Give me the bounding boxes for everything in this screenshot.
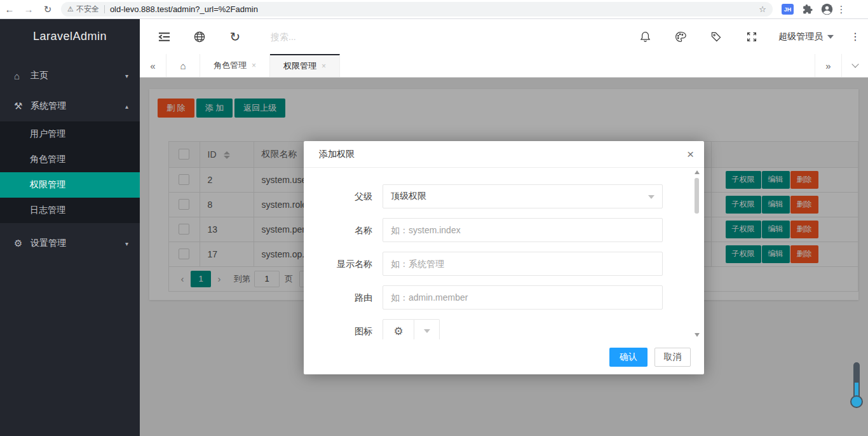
sidebar-item-label: 主页 bbox=[31, 70, 48, 81]
display-name-input[interactable] bbox=[383, 252, 663, 276]
tab-roles[interactable]: 角色管理 × bbox=[200, 54, 270, 77]
security-label[interactable]: 不安全 bbox=[76, 4, 99, 15]
tabbar-spacer bbox=[340, 54, 815, 77]
sidebar-item-label: 设置管理 bbox=[31, 238, 66, 249]
modal-scrollbar bbox=[694, 168, 700, 339]
user-dropdown[interactable]: 超级管理员 bbox=[770, 31, 843, 43]
form-row-name: 名称 bbox=[304, 218, 704, 242]
field-label: 父级 bbox=[304, 184, 383, 208]
browser-toolbar: ← → ↻ ⚠ 不安全 old-levo.888.test/admin?_url… bbox=[0, 0, 868, 19]
sidebar: LaravelAdmin ⌂ 主页 ▾ ⚒ 系统管理 ▴ 用户管理 角色管理 权… bbox=[0, 19, 140, 436]
browser-actions: JH ⋮ bbox=[773, 3, 850, 15]
scrollbar-thumb[interactable] bbox=[695, 178, 699, 214]
modal-close-icon[interactable]: × bbox=[687, 147, 694, 161]
parent-select[interactable]: 顶级权限 bbox=[383, 184, 663, 208]
icon-picker: ⚙ bbox=[383, 319, 440, 339]
browser-reload-button[interactable]: ↻ bbox=[38, 4, 57, 15]
field-label: 路由 bbox=[304, 285, 383, 310]
chevron-down-icon: ▾ bbox=[125, 240, 128, 247]
modal-header[interactable]: 添加权限 bbox=[304, 141, 704, 168]
browser-back-button[interactable]: ← bbox=[0, 4, 19, 15]
scroll-down-arrow[interactable] bbox=[695, 333, 700, 337]
tabs-scroll-left-button[interactable]: « bbox=[140, 54, 166, 77]
sidebar-menu: ⌂ 主页 ▾ ⚒ 系统管理 ▴ 用户管理 角色管理 权限管理 日志管理 ⚙ bbox=[0, 60, 140, 259]
confirm-button[interactable]: 确认 bbox=[609, 348, 648, 367]
tab-bar: « ⌂ 角色管理 × 权限管理 × » bbox=[140, 54, 868, 78]
tab-home[interactable]: ⌂ bbox=[166, 54, 200, 77]
home-icon: ⌂ bbox=[14, 71, 31, 81]
sidebar-item-label: 系统管理 bbox=[31, 100, 66, 112]
gear-icon: ⚙ bbox=[393, 325, 403, 338]
field-label: 显示名称 bbox=[304, 252, 383, 276]
user-name: 超级管理员 bbox=[778, 31, 823, 43]
tabs-scroll-right-button[interactable]: » bbox=[815, 54, 841, 77]
modal-body: 父级 顶级权限 名称 显示名称 bbox=[304, 168, 704, 339]
fullscreen-icon[interactable] bbox=[734, 19, 770, 54]
scroll-up-arrow[interactable] bbox=[695, 170, 700, 174]
form-row-icon: 图标 ⚙ bbox=[304, 319, 704, 339]
sidebar-item-system[interactable]: ⚒ 系统管理 ▴ bbox=[0, 91, 140, 121]
chevron-up-icon: ▴ bbox=[125, 103, 128, 110]
url-text[interactable]: old-levo.888.test/admin?_url=%2Fadmin bbox=[110, 4, 759, 14]
warning-icon: ⚠ bbox=[67, 5, 74, 13]
search-input[interactable] bbox=[271, 32, 442, 42]
refresh-icon[interactable]: ↻ bbox=[217, 19, 253, 54]
palette-icon[interactable] bbox=[663, 19, 698, 54]
sidebar-item-roles[interactable]: 角色管理 bbox=[0, 147, 140, 172]
thermometer-widget-icon[interactable] bbox=[850, 362, 864, 411]
sidebar-item-settings[interactable]: ⚙ 设置管理 ▾ bbox=[0, 228, 140, 259]
tabs-menu-button[interactable] bbox=[841, 54, 868, 77]
bookmark-star-icon[interactable]: ☆ bbox=[759, 4, 766, 14]
page-content: 删 除 添 加 返回上级 ID 权限名称 bbox=[140, 78, 868, 436]
icon-picker-button[interactable]: ⚙ bbox=[383, 319, 414, 339]
divider bbox=[104, 5, 105, 13]
address-bar[interactable]: ⚠ 不安全 old-levo.888.test/admin?_url=%2Fad… bbox=[61, 2, 773, 17]
selected-value: 顶级权限 bbox=[391, 191, 426, 202]
icon-picker-dropdown[interactable] bbox=[414, 319, 440, 339]
modal-title: 添加权限 bbox=[319, 149, 355, 160]
sidebar-item-logs[interactable]: 日志管理 bbox=[0, 198, 140, 223]
bell-icon[interactable] bbox=[627, 19, 663, 54]
tab-label: 权限管理 bbox=[283, 60, 316, 72]
tools-icon: ⚒ bbox=[14, 100, 31, 112]
cancel-button[interactable]: 取消 bbox=[654, 348, 691, 367]
system-submenu: 用户管理 角色管理 权限管理 日志管理 bbox=[0, 121, 140, 223]
route-input[interactable] bbox=[383, 285, 663, 310]
collapse-menu-icon[interactable] bbox=[146, 19, 182, 54]
form-row-display-name: 显示名称 bbox=[304, 252, 704, 276]
extension-jh-button[interactable]: JH bbox=[782, 4, 794, 15]
close-icon[interactable]: × bbox=[252, 61, 256, 70]
modal-footer: 确认 取消 bbox=[304, 339, 704, 374]
browser-forward-button[interactable]: → bbox=[19, 4, 38, 15]
tab-label: 角色管理 bbox=[214, 60, 247, 71]
browser-menu-dots[interactable]: ⋮ bbox=[833, 4, 850, 15]
app-window: LaravelAdmin ⌂ 主页 ▾ ⚒ 系统管理 ▴ 用户管理 角色管理 权… bbox=[0, 19, 868, 436]
more-dots-icon[interactable]: ⋮ bbox=[843, 19, 868, 54]
close-icon[interactable]: × bbox=[322, 62, 326, 71]
form-row-route: 路由 bbox=[304, 285, 704, 310]
caret-down-icon bbox=[648, 195, 654, 199]
sidebar-item-permissions[interactable]: 权限管理 bbox=[0, 172, 140, 198]
chevron-down-icon: ▾ bbox=[125, 72, 128, 79]
tab-permissions[interactable]: 权限管理 × bbox=[270, 54, 340, 77]
caret-down-icon bbox=[827, 35, 834, 39]
globe-icon[interactable] bbox=[182, 19, 217, 54]
top-navbar: ↻ bbox=[140, 19, 868, 54]
profile-avatar-icon[interactable] bbox=[821, 3, 833, 15]
screen: ← → ↻ ⚠ 不安全 old-levo.888.test/admin?_url… bbox=[0, 0, 868, 436]
field-label: 图标 bbox=[304, 319, 383, 339]
main-area: ↻ bbox=[140, 19, 868, 436]
name-input[interactable] bbox=[383, 218, 663, 242]
navbar-right: 超级管理员 ⋮ bbox=[627, 19, 868, 54]
field-label: 名称 bbox=[304, 218, 383, 242]
sidebar-item-users[interactable]: 用户管理 bbox=[0, 121, 140, 147]
app-logo[interactable]: LaravelAdmin bbox=[0, 19, 140, 54]
tag-icon[interactable] bbox=[698, 19, 734, 54]
extensions-puzzle-icon[interactable] bbox=[802, 4, 813, 15]
gear-icon: ⚙ bbox=[14, 238, 31, 249]
form-row-parent: 父级 顶级权限 bbox=[304, 184, 704, 208]
add-permission-modal: 添加权限 × 父级 顶级权限 名称 bbox=[304, 141, 704, 374]
sidebar-item-home[interactable]: ⌂ 主页 ▾ bbox=[0, 60, 140, 91]
